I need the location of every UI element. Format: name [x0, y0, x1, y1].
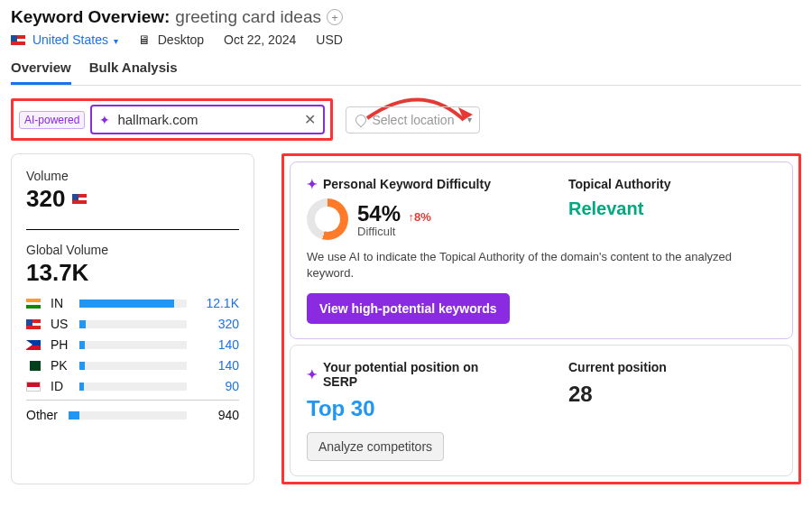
difficulty-delta: ↑8% — [409, 210, 431, 224]
flag-id-icon — [26, 382, 41, 392]
location-filter[interactable]: Select location ▾ — [346, 106, 480, 134]
global-volume-value: 13.7K — [26, 259, 239, 287]
analyze-competitors-button[interactable]: Analyze competitors — [307, 432, 444, 461]
chevron-down-icon: ▾ — [467, 115, 472, 124]
global-volume-row: PH 140 — [26, 337, 239, 352]
device-selector[interactable]: 🖥 Desktop — [138, 32, 204, 47]
difficulty-label: Difficult — [357, 225, 431, 238]
page-title-keyword: greeting card ideas — [175, 7, 321, 27]
global-volume-other-row: Other 940 — [26, 400, 239, 422]
ai-powered-badge: AI-powered — [19, 111, 85, 129]
flag-us-icon — [11, 35, 25, 45]
pkd-title: ✦ Personal Keyword Difficulty — [307, 177, 514, 191]
global-volume-label: Global Volume — [26, 243, 239, 257]
volume-value: 320 — [26, 185, 239, 213]
location-filter-label: Select location — [372, 113, 454, 127]
flag-pk-icon — [26, 361, 41, 371]
serp-potential-value: Top 30 — [307, 396, 514, 421]
sparkle-icon: ✦ — [307, 367, 318, 382]
global-volume-row: ID 90 — [26, 379, 239, 393]
page-header: Keyword Overview: greeting card ideas + — [11, 7, 801, 27]
add-keyword-icon[interactable]: + — [327, 9, 343, 25]
domain-input[interactable] — [117, 112, 297, 127]
global-volume-row: US 320 — [26, 317, 239, 331]
ai-description: We use AI to indicate the Topical Author… — [307, 249, 776, 281]
location-selector[interactable]: United States ▾ — [11, 32, 118, 47]
serp-title: ✦ Your potential position on SERP — [307, 360, 514, 389]
flag-ph-icon — [26, 340, 41, 350]
global-volume-row: IN 12.1K — [26, 296, 239, 310]
flag-in-icon — [26, 299, 41, 309]
ai-domain-block: AI-powered ✦ ✕ — [11, 98, 333, 141]
sparkle-icon: ✦ — [307, 177, 318, 191]
tab-bar: Overview Bulk Analysis — [11, 60, 801, 86]
flag-us-icon — [26, 319, 41, 329]
tab-bulk-analysis[interactable]: Bulk Analysis — [89, 60, 178, 85]
meta-row: United States ▾ 🖥 Desktop Oct 22, 2024 U… — [11, 32, 801, 47]
domain-input-group[interactable]: ✦ ✕ — [90, 105, 325, 134]
serp-panel: ✦ Your potential position on SERP Top 30… — [290, 345, 793, 476]
personal-difficulty-panel: ✦ Personal Keyword Difficulty 54% ↑8% Di… — [290, 161, 793, 339]
clear-icon[interactable]: ✕ — [304, 111, 316, 128]
authority-value: Relevant — [568, 198, 776, 219]
authority-title: Topical Authority — [568, 177, 776, 191]
global-volume-row: PK 140 — [26, 358, 239, 373]
tab-overview[interactable]: Overview — [11, 60, 71, 85]
difficulty-percent: 54% — [357, 201, 401, 226]
filter-row: AI-powered ✦ ✕ Select location ▾ — [11, 98, 801, 141]
difficulty-percent-row: 54% ↑8% — [357, 201, 431, 226]
date-label: Oct 22, 2024 — [224, 32, 296, 47]
difficulty-donut-icon — [307, 198, 348, 240]
content-row: Volume 320 Global Volume 13.7K IN 12.1K … — [11, 153, 801, 484]
chevron-down-icon: ▾ — [114, 36, 118, 46]
desktop-icon: 🖥 — [138, 32, 151, 47]
volume-label: Volume — [26, 169, 239, 183]
view-high-potential-button[interactable]: View high-potential keywords — [307, 293, 510, 324]
device-label: Desktop — [158, 32, 204, 47]
current-position-title: Current position — [568, 360, 776, 374]
location-label: United States — [32, 32, 108, 47]
currency-label: USD — [316, 32, 343, 47]
flag-us-icon — [72, 194, 87, 204]
page-title-label: Keyword Overview: — [11, 7, 170, 27]
current-position-value: 28 — [568, 382, 776, 407]
divider — [26, 229, 239, 230]
sparkle-icon: ✦ — [99, 113, 110, 127]
pin-icon — [354, 112, 369, 127]
volume-card: Volume 320 Global Volume 13.7K IN 12.1K … — [11, 153, 254, 484]
ai-insights-column: ✦ Personal Keyword Difficulty 54% ↑8% Di… — [281, 153, 801, 484]
